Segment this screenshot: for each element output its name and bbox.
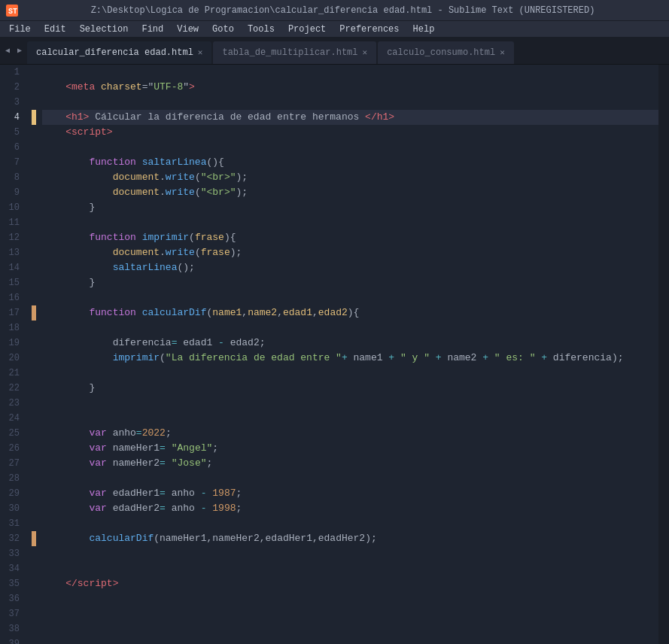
tab-calculo-consumo[interactable]: calculo_consumo.html ✕ <box>378 41 514 64</box>
code-line-15: } <box>42 275 658 290</box>
code-line-37 <box>42 606 658 621</box>
menu-selection[interactable]: Selection <box>74 23 135 36</box>
code-line-10: } <box>42 200 658 215</box>
line-num-34: 34 <box>0 561 26 576</box>
line-num-13: 13 <box>0 245 26 260</box>
line-num-12: 12 <box>0 230 26 245</box>
line-num-36: 36 <box>0 591 26 606</box>
line-num-17: 17 <box>0 305 26 320</box>
menu-goto[interactable]: Goto <box>206 23 240 36</box>
tab-nav: ◀ ▶ <box>0 37 27 64</box>
code-line-22: } <box>42 381 658 396</box>
line-num-15: 15 <box>0 275 26 290</box>
code-line-31 <box>42 516 658 531</box>
tab-bar: ◀ ▶ calcular_diferencia edad.html ✕ tabl… <box>0 38 669 65</box>
line-num-19: 19 <box>0 336 26 351</box>
code-line-11 <box>42 215 658 230</box>
line-num-9: 9 <box>0 185 26 200</box>
line-num-11: 11 <box>0 215 26 230</box>
code-line-25: var anho=2022; <box>42 426 658 441</box>
tab-close-button[interactable]: ✕ <box>363 49 368 57</box>
line-num-35: 35 <box>0 576 26 591</box>
code-line-24 <box>42 411 658 426</box>
tab-tabla-multiplicar[interactable]: tabla_de_multiplicar.html ✕ <box>213 41 376 64</box>
code-line-29: var edadHer1= anho - 1987; <box>42 486 658 501</box>
line-num-31: 31 <box>0 516 26 531</box>
menu-project[interactable]: Project <box>282 23 332 36</box>
menu-view[interactable]: View <box>171 23 205 36</box>
menu-tools[interactable]: Tools <box>242 23 281 36</box>
code-line-30: var edadHer2= anho - 1998; <box>42 501 658 516</box>
code-line-38 <box>42 621 658 636</box>
code-line-26: var nameHer1= "Angel"; <box>42 441 658 456</box>
code-line-32: calcularDif(nameHer1,nameHer2,edadHer1,e… <box>42 531 658 546</box>
line-num-14: 14 <box>0 260 26 275</box>
code-line-8: document.write("<br>"); <box>42 170 658 185</box>
line-num-5: 5 <box>0 125 26 140</box>
code-line-35: </script> <box>42 576 658 591</box>
code-line-12: function imprimir(frase){ <box>42 230 658 245</box>
scrollbar[interactable] <box>658 65 669 644</box>
tab-prev-button[interactable]: ◀ <box>2 43 13 58</box>
line-num-8: 8 <box>0 170 26 185</box>
line-num-20: 20 <box>0 351 26 366</box>
menu-preferences[interactable]: Preferences <box>333 23 405 36</box>
line-num-23: 23 <box>0 396 26 411</box>
code-line-23 <box>42 396 658 411</box>
menu-bar: File Edit Selection Find View Goto Tools… <box>0 21 669 38</box>
code-line-1 <box>42 65 658 80</box>
code-line-7: function saltarLinea(){ <box>42 155 658 170</box>
line-num-10: 10 <box>0 200 26 215</box>
code-line-18 <box>42 320 658 336</box>
code-line-34 <box>42 561 658 576</box>
code-line-19: diferencia= edad1 - edad2; <box>42 336 658 351</box>
tab-label: calculo_consumo.html <box>387 47 495 58</box>
code-line-5: <script> <box>42 125 658 140</box>
tab-label: tabla_de_multiplicar.html <box>222 47 357 58</box>
line-num-27: 27 <box>0 456 26 471</box>
line-num-21: 21 <box>0 366 26 381</box>
line-num-32: 32 <box>0 531 26 546</box>
code-area[interactable]: <meta charset="UTF-8"> <h1> Cálcular la … <box>36 65 658 644</box>
editor: 1 2 3 4 5 6 7 8 9 10 11 12 13 14 15 16 1… <box>0 65 669 644</box>
code-line-14: saltarLinea(); <box>42 260 658 275</box>
tab-label: calcular_diferencia edad.html <box>36 47 193 58</box>
line-num-2: 2 <box>0 80 26 95</box>
tab-close-button[interactable]: ✕ <box>198 49 203 57</box>
line-num-25: 25 <box>0 426 26 441</box>
code-line-3 <box>42 95 658 110</box>
app-icon: ST <box>6 5 18 17</box>
menu-edit[interactable]: Edit <box>38 23 72 36</box>
line-num-30: 30 <box>0 501 26 516</box>
line-num-29: 29 <box>0 486 26 501</box>
line-num-33: 33 <box>0 546 26 561</box>
code-line-17: function calcularDif(name1,name2,edad1,e… <box>42 305 658 320</box>
window-title: Z:\Desktop\Logica de Programacion\calcul… <box>23 5 663 16</box>
code-line-2: <meta charset="UTF-8"> <box>42 80 658 95</box>
menu-file[interactable]: File <box>3 23 37 36</box>
line-num-16: 16 <box>0 290 26 305</box>
line-num-26: 26 <box>0 441 26 456</box>
line-num-24: 24 <box>0 411 26 426</box>
code-line-21 <box>42 366 658 381</box>
line-num-3: 3 <box>0 95 26 110</box>
code-line-13: document.write(frase); <box>42 245 658 260</box>
code-line-36 <box>42 591 658 606</box>
code-line-28 <box>42 471 658 486</box>
line-num-22: 22 <box>0 381 26 396</box>
line-num-39: 39 <box>0 636 26 644</box>
code-line-16 <box>42 290 658 305</box>
menu-find[interactable]: Find <box>135 23 169 36</box>
code-line-6 <box>42 140 658 155</box>
line-num-6: 6 <box>0 140 26 155</box>
title-bar: ST Z:\Desktop\Logica de Programacion\cal… <box>0 0 669 21</box>
code-line-33 <box>42 546 658 561</box>
tab-next-button[interactable]: ▶ <box>14 43 25 58</box>
code-line-20: imprimir("La diferencia de edad entre "+… <box>42 351 658 366</box>
tab-calcular-diferencia[interactable]: calcular_diferencia edad.html ✕ <box>27 41 211 64</box>
line-num-38: 38 <box>0 621 26 636</box>
menu-help[interactable]: Help <box>407 23 441 36</box>
line-num-4: 4 <box>0 110 26 125</box>
tab-close-button[interactable]: ✕ <box>500 49 505 57</box>
line-num-37: 37 <box>0 606 26 621</box>
